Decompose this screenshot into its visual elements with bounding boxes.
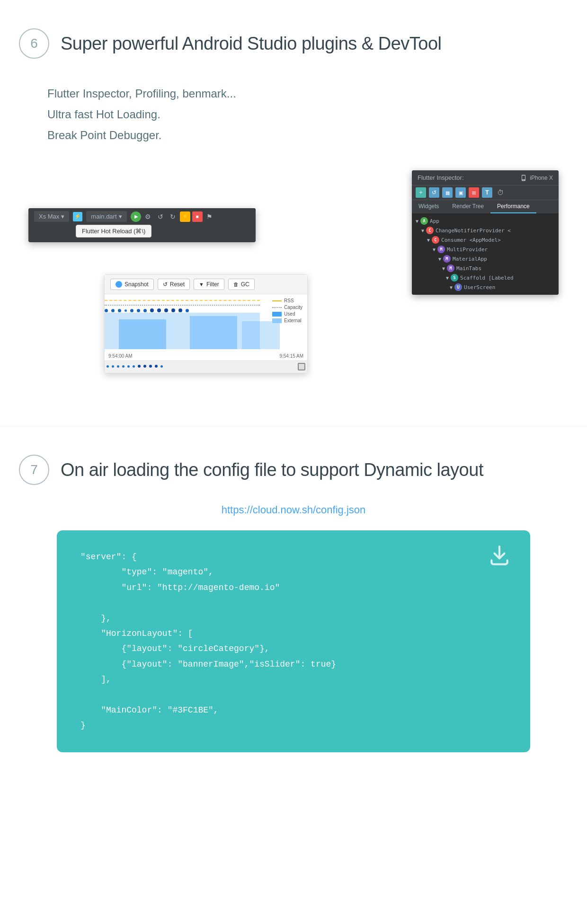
flutter-icon: ⚡: [73, 212, 82, 221]
hot-reload-icon[interactable]: ⚡: [180, 211, 190, 222]
dot: [171, 308, 175, 312]
settings-icon[interactable]: ⚙: [143, 211, 153, 222]
tree-item-scaffold: ▼ S Scaffold [Labeled: [446, 273, 555, 282]
chart-icon[interactable]: ▦: [442, 187, 453, 198]
badge-s: S: [451, 274, 458, 282]
profile-icon[interactable]: ⚑: [205, 211, 215, 222]
tree-item-userscreen: ▼ U UserScreen: [450, 282, 555, 292]
dot: [143, 309, 147, 312]
feature-item-2: Ultra fast Hot Loading.: [47, 108, 568, 121]
chart-xaxis: 9:54:00 AM 9:54:15 AM: [108, 353, 303, 359]
badge-app: A: [420, 217, 428, 225]
timeline-dot: [149, 365, 152, 368]
timeline-dot: [107, 365, 109, 368]
redo-icon[interactable]: ↻: [168, 211, 178, 222]
stop-button[interactable]: ■: [192, 211, 203, 222]
tree-item-changenotifier: ▼ C ChangeNotifierProvider <: [421, 226, 555, 235]
reload-icon[interactable]: ↺: [155, 211, 166, 222]
legend-rss-line: [272, 300, 282, 301]
filter-icon: ▼: [199, 282, 204, 287]
timeline-dots: [105, 365, 163, 368]
section6-title: Super powerful Android Studio plugins & …: [61, 34, 442, 54]
inspector-device: iPhone X: [520, 175, 553, 181]
section7-header: 7 On air loading the config file to supp…: [19, 455, 568, 485]
config-url-link[interactable]: https://cloud.now.sh/config.json: [222, 504, 366, 516]
badge-c: C: [426, 227, 434, 234]
tree-item-consumer: ▼ C Consumer <AppModel>: [427, 235, 555, 245]
dot: [137, 309, 140, 312]
legend-external: External: [272, 318, 302, 323]
badge-u: U: [454, 283, 462, 291]
play-button[interactable]: ▶: [131, 211, 141, 222]
inspector-icons-row: + ↺ ▦ ▣ ⊞ T ⏱: [412, 185, 559, 200]
dot: [130, 309, 133, 312]
chart-fill-3: [190, 316, 237, 349]
device-selector[interactable]: Xs Max ▾: [34, 211, 69, 222]
legend-capacity: Capacity: [272, 305, 302, 310]
timeline-dot: [160, 365, 163, 368]
download-svg: [488, 545, 511, 568]
toolbar-bar: Xs Max ▾ ⚡ main.dart ▾ ▶ ⚙: [28, 208, 256, 225]
text-icon[interactable]: T: [482, 187, 492, 198]
dot: [178, 308, 182, 312]
section7-title: On air loading the config file to suppor…: [61, 460, 483, 480]
timeline-dot: [133, 365, 135, 368]
refresh-icon[interactable]: ↺: [429, 187, 439, 198]
timeline-dot: [117, 365, 119, 368]
file-selector[interactable]: main.dart ▾: [86, 211, 126, 222]
legend-used: Used: [272, 311, 302, 317]
badge-m: M: [437, 246, 445, 253]
section6-content: Flutter Inspector, Profiling, benmark...…: [19, 78, 568, 170]
section7-number: 7: [19, 455, 49, 485]
toolbar-screenshot: Xs Max ▾ ⚡ main.dart ▾ ▶ ⚙: [28, 208, 256, 242]
timeline-dot: [143, 365, 146, 368]
dot: [164, 308, 168, 312]
section6-header: 6 Super powerful Android Studio plugins …: [19, 28, 568, 59]
timeline-dot: [127, 365, 130, 368]
tab-performance[interactable]: Performance: [490, 200, 536, 213]
tree-item-multiprovider: ▼ M MultiProvider: [433, 245, 555, 254]
scrubber-handle[interactable]: [298, 363, 305, 370]
clock-icon[interactable]: ⏱: [495, 187, 506, 198]
dot: [157, 308, 161, 312]
memory-profiler: Snapshot ↺ Reset ▼ Filter 🗑 GC: [104, 274, 308, 373]
gc-button[interactable]: 🗑 GC: [228, 279, 255, 290]
inspector-tabs: Widgets Render Tree Performance: [412, 200, 559, 213]
code-content: "server": { "type": "magento", "url": "h…: [80, 549, 507, 733]
filter-button[interactable]: ▼ Filter: [194, 279, 224, 290]
toolbar-icons: ▶ ⚙ ↺ ↻ ⚡ ■ ⚑: [131, 211, 215, 222]
screenshots-area: Xs Max ▾ ⚡ main.dart ▾ ▶ ⚙: [28, 170, 559, 397]
tree-item-materialapp: ▼ M MaterialApp: [438, 254, 555, 264]
file-dropdown-icon: ▾: [119, 213, 122, 220]
grid-icon[interactable]: ⊞: [469, 187, 479, 198]
dot: [111, 309, 115, 312]
add-icon[interactable]: +: [416, 187, 426, 198]
snapshot-button[interactable]: Snapshot: [110, 279, 154, 290]
section-7: 7 On air loading the config file to supp…: [0, 426, 587, 781]
gc-icon: 🗑: [233, 282, 239, 287]
timeline-dot: [138, 365, 141, 368]
timeline-dot: [122, 365, 125, 368]
legend-capacity-line: [272, 307, 282, 308]
dot: [186, 309, 189, 312]
reset-button[interactable]: ↺ Reset: [158, 279, 190, 290]
inspector-header: Flutter Inspector: iPhone X: [412, 170, 559, 185]
timeline-scrubber[interactable]: [105, 361, 307, 373]
dropdown-icon: ▾: [61, 213, 64, 220]
chart-fill-4: [242, 321, 280, 349]
legend-used-line: [272, 312, 282, 317]
feature-item-1: Flutter Inspector, Profiling, benmark...: [47, 87, 568, 100]
chart-fill-2: [119, 319, 166, 349]
widget-tree: ▼ A App ▼ C ChangeNotifierProvider < ▼ C…: [412, 213, 559, 295]
download-icon[interactable]: [488, 545, 511, 570]
tab-widgets[interactable]: Widgets: [412, 200, 445, 213]
badge-m3: M: [447, 264, 454, 272]
badge-c2: C: [432, 236, 439, 244]
tab-render-tree[interactable]: Render Tree: [445, 200, 490, 213]
dot: [150, 308, 154, 312]
timeline-dot: [155, 365, 158, 368]
section-6: 6 Super powerful Android Studio plugins …: [0, 0, 587, 426]
layout-icon[interactable]: ▣: [455, 187, 466, 198]
file-label: main.dart: [91, 213, 116, 220]
section6-left: Flutter Inspector, Profiling, benmark...…: [19, 87, 568, 161]
